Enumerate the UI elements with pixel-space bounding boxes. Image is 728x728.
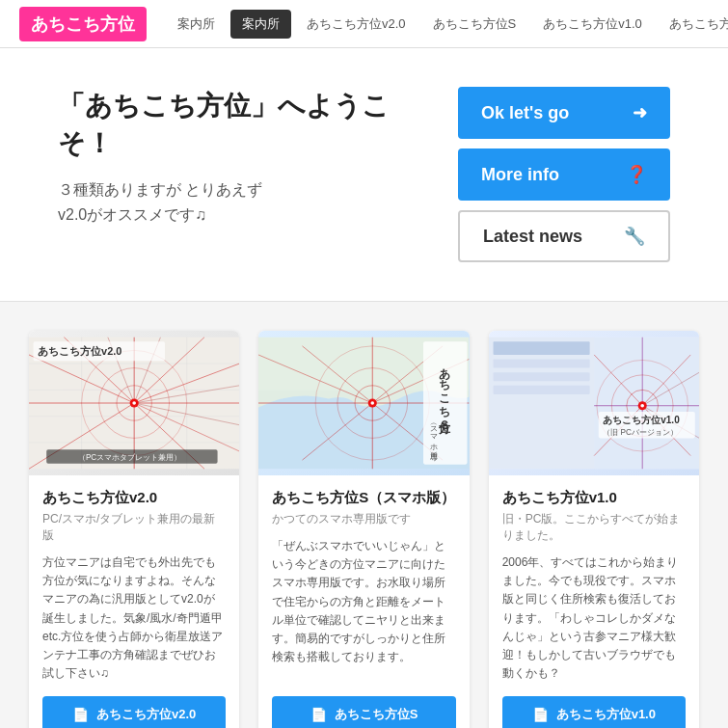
card-s-image: あちこち方位Ｓ （スマホ専用）: [258, 331, 469, 475]
hero-subtitle: ３種類ありますが とりあえずv2.0がオススメです♫: [58, 177, 419, 227]
latest-news-button[interactable]: Latest news 🔧: [458, 210, 670, 262]
svg-rect-57: [493, 386, 589, 394]
more-info-label: More info: [481, 165, 559, 185]
svg-text:あちこち方位Ｓ: あちこち方位Ｓ: [438, 360, 452, 435]
map-svg-v2: あちこち方位v2.0 （PCスマホタブレット兼用）: [29, 331, 239, 475]
card-v1-map: あちこち方位v1.0 （旧 PCバージョン）: [489, 331, 699, 475]
nav-item-v1[interactable]: あちこち方位v1.0: [531, 10, 654, 39]
card-v1-button[interactable]: 📄 あちこち方位v1.0: [502, 696, 686, 728]
svg-rect-54: [493, 341, 589, 355]
card-s-description: 「ぜんぶスマホでいいじゃん」という今どきの方位マニアに向けたスマホ専用版です。お…: [272, 537, 455, 683]
svg-rect-55: [493, 360, 589, 368]
card-v1-subtitle: 旧・PC版。ここからすべてが始まりました。: [502, 511, 686, 544]
card-v1: あちこち方位v1.0 （旧 PCバージョン） あちこち方位v1.0 旧・PC版。…: [489, 331, 699, 728]
wrench-icon: 🔧: [624, 226, 645, 247]
main-nav: 案内所 案内所 あちこち方位v2.0 あちこち方位S あちこち方位v1.0 あち…: [166, 10, 728, 39]
nav-item-news[interactable]: あちこち方位の最新情報: [658, 10, 728, 39]
card-s-title: あちこち方位S（スマホ版）: [272, 489, 455, 507]
latest-news-label: Latest news: [483, 227, 582, 247]
document-icon-s: 📄: [310, 707, 327, 722]
nav-item-s[interactable]: あちこち方位S: [421, 10, 528, 39]
ok-lets-go-button[interactable]: Ok let's go ➜: [458, 87, 670, 139]
map-svg-v1: あちこち方位v1.0 （旧 PCバージョン）: [489, 331, 699, 475]
svg-rect-56: [493, 372, 589, 381]
card-v2-button[interactable]: 📄 あちこち方位v2.0: [42, 696, 226, 728]
card-v2-description: 方位マニアは自宅でも外出先でも方位が気になりますよね。そんなマニアの為に汎用版と…: [42, 553, 226, 683]
hero-title: 「あちこち方位」へようこそ！: [58, 87, 419, 162]
svg-text:あちこち方位v2.0: あちこち方位v2.0: [38, 345, 121, 357]
svg-text:（旧 PCバージョン）: （旧 PCバージョン）: [603, 428, 678, 437]
svg-point-27: [132, 401, 136, 405]
cards-section: あちこち方位v2.0 （PCスマホタブレット兼用） あちこち方位v2.0 PC/…: [0, 302, 728, 728]
card-v1-btn-label: あちこち方位v1.0: [556, 706, 656, 723]
card-v2-map: あちこち方位v2.0 （PCスマホタブレット兼用）: [29, 331, 239, 475]
card-v2-image: あちこち方位v2.0 （PCスマホタブレット兼用）: [29, 331, 239, 475]
card-v2-title: あちこち方位v2.0: [42, 489, 226, 507]
card-s-button[interactable]: 📄 あちこち方位S: [272, 696, 455, 728]
svg-rect-53: [489, 337, 594, 469]
arrow-right-icon: ➜: [633, 102, 647, 123]
nav-item-annai-active[interactable]: 案内所: [230, 10, 291, 39]
card-v2: あちこち方位v2.0 （PCスマホタブレット兼用） あちこち方位v2.0 PC/…: [29, 331, 239, 728]
more-info-button[interactable]: More info ❓: [458, 148, 670, 201]
card-v1-title: あちこち方位v1.0: [502, 489, 686, 507]
hero-section: 「あちこち方位」へようこそ！ ３種類ありますが とりあえずv2.0がオススメです…: [0, 48, 728, 302]
card-v1-image: あちこち方位v1.0 （旧 PCバージョン）: [489, 331, 699, 475]
header: あちこち方位 案内所 案内所 あちこち方位v2.0 あちこち方位S あちこち方位…: [0, 0, 728, 48]
ok-lets-go-label: Ok let's go: [481, 103, 569, 123]
hero-text: 「あちこち方位」へようこそ！ ３種類ありますが とりあえずv2.0がオススメです…: [58, 87, 419, 228]
nav-item-v2[interactable]: あちこち方位v2.0: [295, 10, 418, 39]
card-s-btn-label: あちこち方位S: [335, 706, 418, 723]
question-icon: ❓: [626, 164, 647, 185]
document-icon: 📄: [72, 707, 89, 722]
card-s-body: あちこち方位S（スマホ版） かつてのスマホ専用版です 「ぜんぶスマホでいいじゃん…: [258, 475, 469, 728]
card-v2-btn-label: あちこち方位v2.0: [96, 706, 196, 723]
card-v1-body: あちこち方位v1.0 旧・PC版。ここからすべてが始まりました。 2006年、す…: [489, 475, 699, 728]
card-s-map: あちこち方位Ｓ （スマホ専用）: [258, 331, 469, 475]
hero-buttons: Ok let's go ➜ More info ❓ Latest news 🔧: [458, 87, 670, 262]
card-v1-description: 2006年、すべてはこれから始まりました。今でも現役です。スマホ版と同じく住所検…: [502, 553, 686, 683]
svg-text:あちこち方位v1.0: あちこち方位v1.0: [603, 415, 680, 425]
card-s: あちこち方位Ｓ （スマホ専用） あちこち方位S（スマホ版） かつてのスマホ専用版…: [258, 331, 469, 728]
map-svg-s: あちこち方位Ｓ （スマホ専用）: [258, 331, 469, 475]
card-s-subtitle: かつてのスマホ専用版です: [272, 511, 455, 527]
svg-point-48: [371, 401, 375, 405]
document-icon-v1: 📄: [532, 707, 549, 722]
logo: あちこち方位: [19, 7, 147, 41]
svg-point-73: [640, 404, 644, 408]
nav-item-annai[interactable]: 案内所: [166, 10, 227, 39]
card-v2-subtitle: PC/スマホ/タブレット兼用の最新版: [42, 511, 226, 544]
svg-text:（PCスマホタブレット兼用）: （PCスマホタブレット兼用）: [78, 453, 181, 462]
card-v2-body: あちこち方位v2.0 PC/スマホ/タブレット兼用の最新版 方位マニアは自宅でも…: [29, 475, 239, 728]
